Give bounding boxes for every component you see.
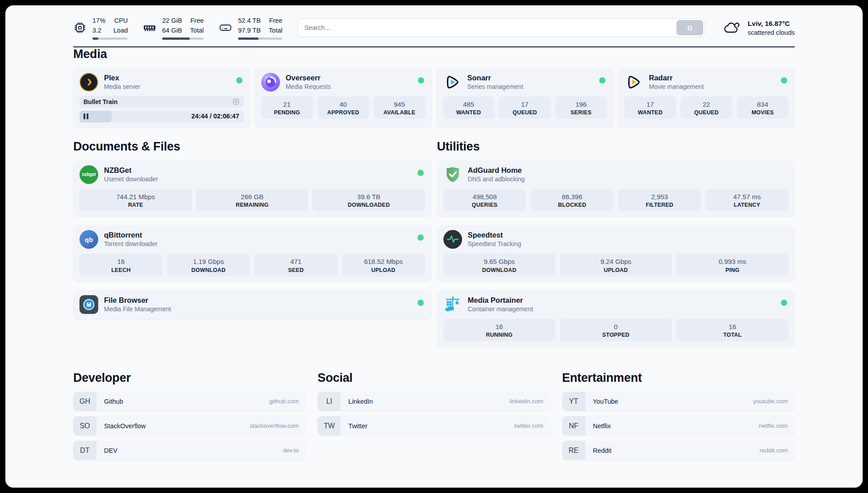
memory-icon [143,21,156,34]
filebrowser-icon [79,295,98,314]
service-title: Radarr [649,73,704,83]
service-title: Media Portainer [468,296,533,305]
service-subtitle: Media server [104,83,140,90]
service-card-overseerr[interactable]: Overseerr Media Requests 21PENDING 40APP… [255,68,432,127]
disk-values: 52.4 TB97.9 TB [238,16,261,36]
section-documents: Documents & Files nzbget NZBGet Usenet d… [73,140,431,319]
bookmark-name: Github [96,398,123,405]
section-utilities: Utilities [437,140,795,347]
service-subtitle: DNS and adblocking [468,175,525,183]
portainer-icon [443,295,462,314]
bookmark-domain: github.com [269,398,306,405]
bookmark-linkedin[interactable]: LI LinkedIn linkedin.com [317,392,550,411]
service-title: NZBGet [104,166,158,175]
memory-widget: 22 GiB64 GiB FreeTotal [143,16,204,40]
service-subtitle: Media Requests [286,83,331,90]
memory-values: 22 GiB64 GiB [162,16,182,36]
stat-wanted: 485WANTED [443,96,495,119]
bookmark-stackoverflow[interactable]: SO StackOverflow stackoverflow.com [73,416,306,435]
service-subtitle: Media File Management [104,305,171,313]
stat-download: 9.65 GbpsDOWNLOAD [443,254,555,276]
section-title-media: Media [73,47,795,61]
memory-progress-fill [162,38,189,40]
stat-remaining: 266 GBREMAINING [196,189,308,212]
bookmark-netflix[interactable]: NF Netflix netflix.com [562,416,795,435]
qbittorrent-icon: qb [79,230,98,249]
stat-running: 16RUNNING [443,319,555,342]
service-card-filebrowser[interactable]: File Browser Media File Management [73,290,431,319]
bookmark-abbr: DT [73,441,96,460]
bookmark-domain: youtube.com [753,398,795,405]
disk-labels: FreeTotal [269,16,283,36]
service-title: Plex [104,73,140,83]
bookmark-name: StackOverflow [96,422,146,430]
bookmark-domain: reddit.com [760,447,795,454]
service-card-portainer[interactable]: Media Portainer Container management 16R… [437,290,795,347]
playback-time: 24:44 / 02:06:47 [192,113,239,120]
status-dot [417,170,424,176]
stat-approved: 40APPROVED [317,96,369,119]
memory-progress-track [162,38,204,40]
radarr-icon [624,73,643,92]
bookmark-abbr: LI [317,392,341,411]
plex-now-playing: Bullet Train [79,96,244,108]
weather-widget: Lviv, 16.87°C scattered clouds [724,19,795,37]
status-dot [417,300,424,306]
bookmark-twitter[interactable]: TW Twitter twitter.com [317,416,550,435]
status-dot [599,77,605,84]
memory-labels: FreeTotal [190,16,204,36]
plex-icon [79,73,98,92]
scattered-clouds-icon [724,21,742,35]
bookmark-abbr: NF [562,416,585,435]
service-card-plex[interactable]: Plex Media server Bullet Train 24:44 / 0… [73,68,250,127]
bookmark-youtube[interactable]: YT YouTube youtube.com [562,392,795,411]
service-title: AdGuard Home [468,166,525,175]
service-subtitle: Series management [467,83,523,90]
service-card-adguard[interactable]: AdGuard Home DNS and adblocking 498,508Q… [437,160,795,217]
bookmark-abbr: RE [562,441,585,460]
nzbget-icon: nzbget [79,165,98,184]
service-card-sonarr[interactable]: Sonarr Series management 485WANTED 17QUE… [437,68,613,127]
service-card-radarr[interactable]: Radarr Movie management 17WANTED 22QUEUE… [618,68,795,127]
stat-queries: 498,508QUERIES [443,189,526,212]
stat-series: 196SERIES [555,96,607,119]
weather-location-temp: Lviv, 16.87°C [747,19,795,29]
stat-movies: 834MOVIES [737,96,789,119]
service-subtitle: Torrent downloader [104,240,158,247]
section-media: Media Plex Media server Bullet Train [73,47,795,127]
stat-upload: 9.24 GbpsUPLOAD [560,254,672,276]
bookmark-github[interactable]: GH Github github.com [73,392,306,411]
bookmark-name: Reddit [585,447,612,454]
stat-download: 1.19 GbpsDOWNLOAD [167,254,250,276]
pause-icon[interactable] [83,113,88,119]
service-subtitle: Container management [468,305,533,313]
bookmark-dev[interactable]: DT DEV dev.to [73,441,306,460]
search-input[interactable] [297,18,705,37]
section-social: Social LI LinkedIn linkedin.com TW Twitt… [317,371,550,460]
section-title-social: Social [317,371,550,385]
cpu-values: 17%3.2 [92,16,105,36]
service-card-qbittorrent[interactable]: qb qBittorrent Torrent downloader 16LEEC… [73,225,431,281]
service-title: qBittorrent [104,230,158,240]
overseerr-icon [261,73,280,92]
search-provider-button[interactable]: G [676,20,703,35]
sonarr-icon [443,73,462,92]
bookmark-abbr: TW [317,416,341,435]
stat-ping: 0.993 msPING [676,254,789,276]
bookmark-domain: stackoverflow.com [250,422,306,429]
stat-available: 945AVAILABLE [374,96,426,119]
status-dot [781,77,787,84]
bookmark-name: YouTube [585,398,618,405]
service-title: Overseerr [286,73,331,83]
stat-queued: 22QUEUED [680,96,732,119]
status-dot [781,300,787,306]
service-card-nzbget[interactable]: nzbget NZBGet Usenet downloader 744.21 M… [73,160,431,217]
service-card-speedtest[interactable]: Speedtest Speedtest Tracking 9.65 GbpsDO… [437,225,795,281]
dashboard-page: 17%3.2 CPULoad [5,5,863,488]
plex-playback-bar: 24:44 / 02:06:47 [79,111,244,122]
service-title: Sonarr [467,73,523,83]
bookmark-reddit[interactable]: RE Reddit reddit.com [562,441,795,460]
session-view-icon[interactable] [232,98,240,105]
stat-filtered: 2,953FILTERED [618,189,701,212]
stat-stopped: 0STOPPED [560,319,672,342]
